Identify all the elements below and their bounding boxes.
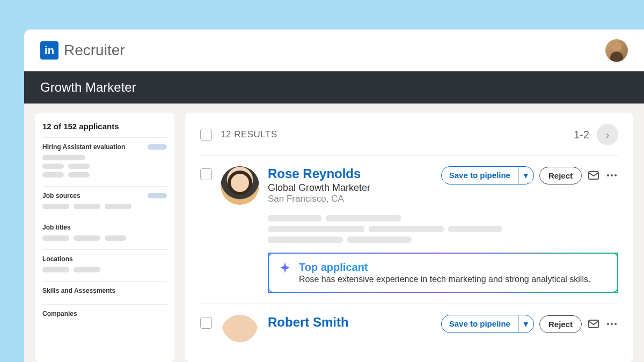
results-panel: 12 RESULTS 1-2 › Rose — [185, 113, 633, 362]
filter-section-job-sources[interactable]: Job sources — [42, 186, 167, 218]
brand-text: Recruiter — [64, 42, 125, 59]
highlight-text: Rose has extensive experience in tech ma… — [299, 275, 590, 284]
envelope-icon — [587, 317, 600, 330]
content-area: 12 of 152 applicants Hiring Assistant ev… — [24, 104, 644, 362]
filter-label: Skills and Assessments — [42, 287, 115, 294]
filter-label: Companies — [42, 310, 77, 317]
highlight-title: Top applicant — [299, 261, 590, 274]
svg-point-3 — [614, 174, 617, 176]
user-avatar[interactable] — [605, 39, 628, 62]
reject-button[interactable]: Reject — [539, 315, 582, 333]
candidate-checkbox[interactable] — [200, 317, 212, 329]
page-range: 1-2 — [574, 129, 589, 141]
ellipsis-icon — [605, 169, 618, 182]
job-title-bar: Growth Marketer — [24, 71, 644, 104]
filter-pill-placeholder — [148, 144, 167, 150]
ellipsis-icon — [605, 317, 618, 330]
applicant-count: 12 of 152 applicants — [42, 122, 167, 137]
candidate-card: Rose Reynolds Global Growth Marketer San… — [200, 156, 618, 304]
results-bar: 12 RESULTS 1-2 › — [200, 124, 618, 156]
save-dropdown-toggle[interactable]: ▾ — [518, 315, 533, 333]
candidate-avatar[interactable] — [221, 315, 259, 353]
svg-point-7 — [614, 323, 617, 325]
save-to-pipeline-button[interactable]: Save to pipeline ▾ — [441, 166, 534, 184]
message-button[interactable] — [587, 169, 600, 182]
filter-section-companies[interactable]: Companies — [42, 304, 167, 327]
svg-point-5 — [607, 323, 609, 325]
candidate-name[interactable]: Robert Smith — [268, 315, 349, 330]
sparkle-icon — [279, 261, 291, 274]
next-page-button[interactable]: › — [597, 124, 618, 145]
filter-pill-placeholder — [148, 193, 167, 198]
reject-button[interactable]: Reject — [539, 167, 582, 184]
candidate-card: Robert Smith Save to pipeline ▾ Reject — [200, 304, 618, 362]
filter-section-skills[interactable]: Skills and Assessments — [42, 281, 167, 304]
ai-highlight-box: Top applicant Rose has extensive experie… — [268, 253, 618, 293]
header-bar: in Recruiter — [24, 29, 644, 71]
filter-section-job-titles[interactable]: Job titles — [42, 218, 167, 249]
envelope-icon — [587, 169, 600, 182]
filter-label: Job titles — [42, 224, 71, 231]
chevron-right-icon: › — [606, 129, 610, 141]
filter-section-hiring-assistant[interactable]: Hiring Assistant evaluation — [42, 137, 167, 186]
filter-label: Locations — [42, 255, 73, 263]
candidate-location: San Francisco, CA — [268, 194, 370, 204]
candidate-checkbox[interactable] — [200, 168, 212, 180]
brand: in Recruiter — [40, 41, 125, 60]
candidate-title: Global Growth Marketer — [268, 182, 370, 194]
filter-label: Hiring Assistant evaluation — [42, 143, 125, 151]
filters-sidebar: 12 of 152 applicants Hiring Assistant ev… — [35, 113, 174, 362]
select-all-checkbox[interactable] — [200, 129, 212, 141]
svg-point-2 — [611, 174, 613, 176]
more-actions-button[interactable] — [605, 317, 618, 330]
app-window: in Recruiter Growth Marketer 12 of 152 a… — [24, 29, 644, 362]
results-count: 12 RESULTS — [221, 129, 277, 140]
candidate-name[interactable]: Rose Reynolds — [268, 166, 370, 181]
candidate-avatar[interactable] — [221, 166, 259, 205]
filter-label: Job sources — [42, 192, 80, 200]
linkedin-logo-icon: in — [40, 41, 58, 60]
caret-down-icon: ▾ — [524, 171, 528, 180]
save-to-pipeline-button[interactable]: Save to pipeline ▾ — [441, 315, 534, 333]
filter-section-locations[interactable]: Locations — [42, 249, 167, 281]
save-dropdown-toggle[interactable]: ▾ — [518, 167, 533, 184]
caret-down-icon: ▾ — [524, 319, 528, 329]
svg-point-6 — [611, 323, 613, 325]
more-actions-button[interactable] — [605, 169, 618, 182]
message-button[interactable] — [587, 317, 600, 330]
svg-point-1 — [607, 174, 609, 176]
